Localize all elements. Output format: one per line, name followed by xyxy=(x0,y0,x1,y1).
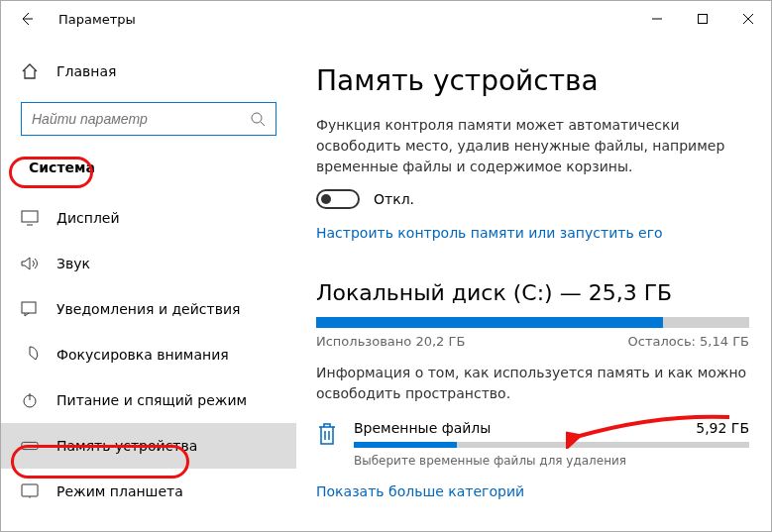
sidebar-item-notifications[interactable]: Уведомления и действия xyxy=(21,286,282,332)
disk-usage-fill xyxy=(316,317,663,328)
close-button[interactable] xyxy=(725,3,771,35)
sidebar-item-focus[interactable]: Фокусировка внимания xyxy=(21,332,282,377)
svg-rect-2 xyxy=(699,15,708,24)
temp-files-bar xyxy=(354,442,749,448)
close-icon xyxy=(743,14,753,24)
svg-line-6 xyxy=(261,122,265,126)
svg-point-13 xyxy=(34,445,36,447)
power-icon xyxy=(21,391,39,409)
temp-files-row[interactable]: Временные файлы 5,92 ГБ Выберите временн… xyxy=(316,420,749,468)
svg-point-5 xyxy=(252,113,262,123)
sidebar-item-display[interactable]: Дисплей xyxy=(21,195,282,241)
storage-sense-toggle-row: Откл. xyxy=(316,189,749,209)
maximize-button[interactable] xyxy=(680,3,725,35)
svg-rect-14 xyxy=(22,484,38,496)
search-icon xyxy=(250,111,266,127)
storage-sense-toggle[interactable] xyxy=(316,189,360,209)
sidebar-item-tablet[interactable]: Режим планшета xyxy=(21,469,282,514)
sidebar-section-title: Система xyxy=(21,158,103,177)
toggle-label: Откл. xyxy=(374,191,414,207)
temp-files-title: Временные файлы xyxy=(354,420,491,436)
sidebar-item-label: Фокусировка внимания xyxy=(56,347,229,363)
show-more-categories-link[interactable]: Показать больше категорий xyxy=(316,483,524,499)
usage-description: Информация о том, как используется памят… xyxy=(316,363,749,404)
temp-files-size: 5,92 ГБ xyxy=(696,420,749,436)
maximize-icon xyxy=(698,14,708,24)
temp-files-hint: Выберите временные файлы для удаления xyxy=(354,454,749,468)
disk-used-label: Использовано 20,2 ГБ xyxy=(316,334,465,349)
search-input[interactable] xyxy=(32,111,250,127)
configure-storage-sense-link[interactable]: Настроить контроль памяти или запустить … xyxy=(316,225,663,241)
svg-point-15 xyxy=(29,496,30,497)
page-title: Память устройства xyxy=(316,64,749,97)
sidebar-home-label: Главная xyxy=(56,63,116,79)
sidebar-item-label: Режим планшета xyxy=(56,483,183,499)
notifications-icon xyxy=(21,301,39,317)
arrow-left-icon xyxy=(19,11,35,27)
sidebar-item-power[interactable]: Питание и спящий режим xyxy=(21,377,282,423)
sidebar-item-label: Уведомления и действия xyxy=(56,301,240,317)
window-title: Параметры xyxy=(45,12,136,27)
titlebar: Параметры xyxy=(1,1,771,37)
disk-labels: Использовано 20,2 ГБ Осталось: 5,14 ГБ xyxy=(316,334,749,349)
home-icon xyxy=(21,62,39,80)
temp-files-bar-fill xyxy=(354,442,457,448)
sidebar: Главная Система Дисплей Звук Уведомления… xyxy=(1,37,296,531)
svg-rect-12 xyxy=(22,442,38,449)
sidebar-item-label: Питание и спящий режим xyxy=(56,392,247,408)
window-controls xyxy=(634,3,771,35)
svg-rect-9 xyxy=(22,302,36,313)
content: Память устройства Функция контроля памят… xyxy=(296,37,771,531)
disk-heading: Локальный диск (C:) — 25,3 ГБ xyxy=(316,280,749,305)
trash-icon xyxy=(316,420,338,446)
search-box[interactable] xyxy=(21,102,276,136)
storage-icon xyxy=(21,440,39,452)
sidebar-nav: Дисплей Звук Уведомления и действия Фоку… xyxy=(21,195,282,514)
back-button[interactable] xyxy=(9,1,45,37)
focus-icon xyxy=(21,346,39,364)
display-icon xyxy=(21,210,39,226)
sound-icon xyxy=(21,256,39,271)
sidebar-item-label: Дисплей xyxy=(56,210,120,226)
storage-sense-description: Функция контроля памяти может автоматиче… xyxy=(316,115,749,177)
sidebar-home[interactable]: Главная xyxy=(21,49,282,94)
minimize-button[interactable] xyxy=(634,3,680,35)
disk-free-label: Осталось: 5,14 ГБ xyxy=(628,334,749,349)
sidebar-item-label: Звук xyxy=(56,256,90,271)
minimize-icon xyxy=(652,14,662,24)
svg-rect-7 xyxy=(22,211,38,222)
sidebar-item-storage[interactable]: Память устройства xyxy=(1,423,296,469)
sidebar-item-sound[interactable]: Звук xyxy=(21,241,282,286)
disk-usage-bar xyxy=(316,317,749,328)
tablet-icon xyxy=(21,483,39,499)
sidebar-item-label: Память устройства xyxy=(56,438,197,454)
